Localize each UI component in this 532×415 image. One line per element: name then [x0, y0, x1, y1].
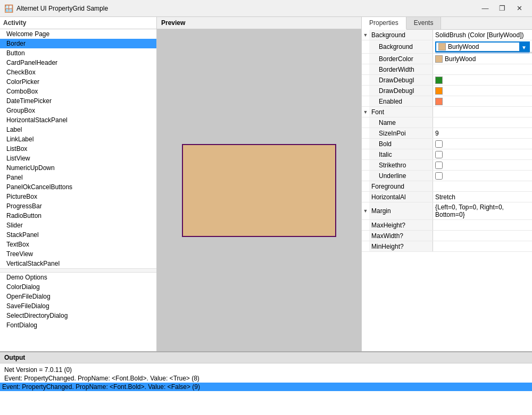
prop-row-font-7: ▼Font — [362, 107, 532, 117]
sidebar-item-panel[interactable]: Panel — [0, 173, 156, 182]
dropdown-scrollbar[interactable] — [529, 53, 532, 53]
prop-value-cell-10[interactable] — [433, 139, 532, 149]
sidebar-item-demo-options[interactable]: Demo Options — [0, 273, 156, 282]
sidebar-item-linklabel[interactable]: LinkLabel — [0, 134, 156, 144]
prop-name-7: Font — [369, 107, 433, 117]
prop-value-cell-12[interactable] — [433, 160, 532, 170]
minimize-button[interactable]: — — [477, 3, 494, 14]
prop-value-cell-17 — [433, 220, 532, 230]
sidebar-item-listview[interactable]: ListView — [0, 154, 156, 163]
prop-value-cell-8 — [433, 117, 532, 128]
prop-expand-16[interactable]: ▼ — [362, 202, 369, 219]
output-header: Output — [0, 352, 532, 363]
prop-expand-18 — [362, 231, 369, 241]
sidebar-item-combobox[interactable]: ComboBox — [0, 87, 156, 96]
prop-expand-7[interactable]: ▼ — [362, 107, 369, 117]
sidebar-item-progressbar[interactable]: ProgressBar — [0, 201, 156, 211]
selected-color-swatch — [438, 43, 446, 50]
prop-expand-8 — [362, 117, 369, 128]
prop-value-cell-11[interactable] — [433, 149, 532, 159]
prop-expand-1 — [362, 40, 369, 53]
prop-row-borderwidth-3: BorderWidth — [362, 64, 532, 75]
prop-value-cell-6 — [433, 96, 532, 106]
prop-row-horizontalal-15: HorizontalAlStretch — [362, 192, 532, 202]
sidebar-item-radiobutton[interactable]: RadioButton — [0, 211, 156, 221]
output-content: Net Version = 7.0.11 (0)Event: PropertyC… — [0, 363, 532, 415]
prop-row-sizeinpoi-9: SizeInPoi9 — [362, 128, 532, 139]
sidebar-item-welcome-page[interactable]: Welcome Page — [0, 29, 156, 39]
sidebar-item-openfiledialog[interactable]: OpenFileDialog — [0, 292, 156, 301]
dropdown-arrow-icon[interactable]: ▼ — [519, 43, 529, 52]
sidebar-item-checkbox[interactable]: CheckBox — [0, 67, 156, 77]
sidebar-item-border[interactable]: Border — [0, 39, 156, 48]
selected-color-label: BurlyWood — [448, 43, 479, 50]
sidebar-item-panelokcancelbuttons[interactable]: PanelOkCancelButtons — [0, 182, 156, 192]
sidebar-item-verticalstackpanel[interactable]: VerticalStackPanel — [0, 259, 156, 268]
prop-row-underline-13: Underline — [362, 171, 532, 181]
prop-value-cell-0: SolidBrush (Color [BurlyWood]) — [433, 30, 532, 40]
maximize-button[interactable]: ❐ — [494, 3, 511, 14]
left-panel: Activity Welcome PageBorderButtonCardPan… — [0, 17, 157, 351]
window-controls: — ❐ ✕ — [477, 3, 528, 14]
prop-checkbox-strikethro[interactable] — [435, 162, 443, 169]
prop-name-3: BorderWidth — [369, 64, 433, 74]
prop-value-text-0: SolidBrush (Color [BurlyWood]) — [435, 31, 524, 39]
prop-value-cell-18 — [433, 231, 532, 241]
sidebar-item-datetimepicker[interactable]: DateTimePicker — [0, 96, 156, 106]
sidebar-item-savefiledialog[interactable]: SaveFileDialog — [0, 301, 156, 311]
prop-value-text-9: 9 — [435, 130, 439, 137]
tab-properties[interactable]: Properties — [362, 17, 406, 30]
sidebar-item-selectdirectorydialog[interactable]: SelectDirectoryDialog — [0, 311, 156, 320]
prop-name-16: Margin — [369, 202, 433, 219]
prop-row-minheight?-19: MinHeight? — [362, 241, 532, 252]
section-header-demo — [0, 268, 156, 273]
sidebar-item-treeview[interactable]: TreeView — [0, 249, 156, 259]
sidebar-item-stackpanel[interactable]: StackPanel — [0, 230, 156, 240]
titlebar: 🪟 Alternet UI PropertyGrid Sample — ❐ ✕ — [0, 0, 532, 17]
sidebar-item-slider[interactable]: Slider — [0, 221, 156, 230]
prop-name-13: Underline — [369, 171, 433, 181]
prop-row-maxwidth?-18: MaxWidth? — [362, 231, 532, 241]
prop-value-cell-1[interactable]: BurlyWood▼BurlyWoodCadetBlueChartreuseCh… — [433, 40, 532, 53]
prop-row-enabled-6: Enabled — [362, 96, 532, 107]
middle-panel: Preview — [157, 17, 362, 351]
prop-value-cell-5 — [433, 86, 532, 96]
sidebar-item-horizontalstackpanel[interactable]: HorizontalStackPanel — [0, 115, 156, 125]
prop-checkbox-italic[interactable] — [435, 151, 443, 158]
activity-list: Welcome PageBorderButtonCardPanelHeaderC… — [0, 29, 156, 351]
sidebar-item-textbox[interactable]: TextBox — [0, 240, 156, 249]
sidebar-item-listbox[interactable]: ListBox — [0, 144, 156, 154]
sidebar-item-numericupdown[interactable]: NumericUpDown — [0, 163, 156, 173]
prop-checkbox-underline[interactable] — [435, 172, 443, 180]
prop-value-cell-15: Stretch — [433, 192, 532, 202]
prop-name-14: Foreground — [369, 181, 433, 191]
prop-value-cell-4 — [433, 75, 532, 85]
main-container: Activity Welcome PageBorderButtonCardPan… — [0, 17, 532, 351]
prop-name-18: MaxWidth? — [369, 231, 433, 241]
prop-expand-0[interactable]: ▼ — [362, 30, 369, 40]
prop-color-swatch-5 — [435, 87, 443, 95]
sidebar-item-colorpicker[interactable]: ColorPicker — [0, 77, 156, 87]
preview-box — [182, 144, 336, 237]
sidebar-item-colordialog[interactable]: ColorDialog — [0, 282, 156, 292]
prop-expand-12 — [362, 160, 369, 170]
prop-value-cell-13[interactable] — [433, 171, 532, 181]
background-dropdown[interactable]: BurlyWood▼BurlyWoodCadetBlueChartreuseCh… — [435, 41, 530, 52]
prop-name-4: DrawDebugI — [369, 75, 433, 85]
sidebar-item-button[interactable]: Button — [0, 48, 156, 58]
preview-area — [157, 29, 361, 351]
prop-value-cell-16: {Left=0, Top=0, Right=0, Bottom=0} — [433, 202, 532, 219]
close-button[interactable]: ✕ — [511, 3, 528, 14]
prop-name-1: Background — [369, 40, 433, 53]
sidebar-item-picturebox[interactable]: PictureBox — [0, 192, 156, 201]
sidebar-item-cardpanelheader[interactable]: CardPanelHeader — [0, 58, 156, 67]
tab-events[interactable]: Events — [406, 17, 442, 29]
sidebar-item-label[interactable]: Label — [0, 125, 156, 134]
dropdown-item-burlywood[interactable]: BurlyWood — [436, 53, 532, 53]
prop-checkbox-bold[interactable] — [435, 140, 443, 148]
dropdown-input[interactable]: BurlyWood▼ — [435, 41, 530, 52]
prop-expand-9 — [362, 128, 369, 138]
sidebar-item-groupbox[interactable]: GroupBox — [0, 106, 156, 115]
prop-color-swatch-2 — [435, 55, 443, 63]
sidebar-item-fontdialog[interactable]: FontDialog — [0, 320, 156, 330]
